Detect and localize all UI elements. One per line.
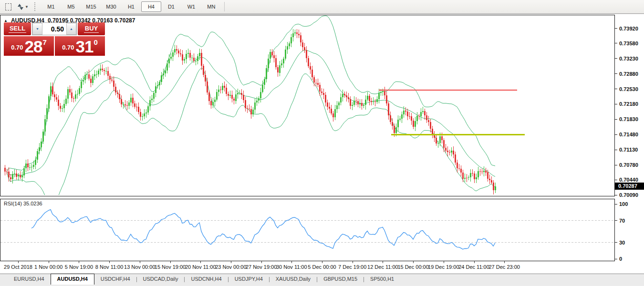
time-tick-label: 27 Dec 23:00 (488, 264, 519, 270)
chart-tab-eurusd-h4[interactable]: EURUSD,H4 (8, 274, 51, 285)
time-tick (231, 261, 231, 263)
chart-tab-usdjpy-h4[interactable]: USDJPY,H4 (229, 274, 269, 285)
sell-price-big-digits: 28 (25, 39, 42, 54)
buy-button[interactable]: BUY (78, 22, 105, 35)
chart-tab-xauusd-daily[interactable]: XAUUSD,Daily (270, 274, 317, 285)
mt4-terminal-window: ▼ M1M5M15M30H1H4D1W1MN ▲ AUDUSD,H4 0.701… (0, 0, 644, 286)
time-tick-label: 13 Nov 00:00 (124, 264, 155, 270)
chart-tab-usdchf-h4[interactable]: USDCHF,H4 (94, 274, 136, 285)
time-tick-label: 30 Nov 11:00 (276, 264, 307, 270)
time-tick-label: 20 Nov 11:00 (185, 264, 216, 270)
time-tick-label: 5 Dec 00:00 (308, 264, 336, 270)
time-tick (504, 261, 505, 263)
time-tick-label: 29 Oct 2018 (4, 264, 32, 270)
chart-tab-sp500-h1[interactable]: SP500,H1 (364, 274, 400, 285)
time-tick (291, 261, 292, 263)
rsi-indicator-label: RSI(14) 35.0236 (4, 201, 42, 206)
time-tick-label: 24 Dec 11:00 (458, 264, 489, 270)
time-tick (444, 261, 444, 263)
chart-tab-usdcad-daily[interactable]: USDCAD,Daily (137, 274, 185, 285)
one-click-trading-panel: SELL ▼ ▲ BUY 0.70 28 7 0.70 31 0 (4, 22, 105, 56)
sell-price-prefix: 0.70 (11, 44, 23, 51)
lot-size-control: ▼ ▲ (32, 22, 77, 35)
time-tick (79, 261, 79, 263)
time-tick-label: 5 Nov 19:00 (65, 264, 93, 270)
time-tick (413, 261, 414, 263)
sell-price-display[interactable]: 0.70 28 7 (4, 36, 54, 56)
time-tick-label: 27 Nov 19:00 (246, 264, 277, 270)
caret-down-icon: ▼ (36, 27, 39, 31)
time-tick (200, 261, 201, 263)
time-tick (322, 261, 322, 263)
chart-tabs: EURUSD,H4AUDUSD,H4USDCHF,H4USDCAD,DailyU… (0, 274, 644, 285)
current-price-tag: 0.70287 (615, 183, 644, 190)
buy-price-pipette: 0 (93, 38, 97, 46)
time-tick (18, 261, 19, 263)
time-tick-label: 8 Nov 11:00 (95, 264, 124, 270)
sell-button-label: SELL (9, 25, 26, 33)
buy-button-label: BUY (84, 25, 99, 33)
sell-button[interactable]: SELL (4, 22, 31, 35)
time-tick (383, 261, 383, 263)
time-tick-label: 19 Dec 19:00 (428, 264, 459, 270)
buy-price-display[interactable]: 0.70 31 0 (55, 36, 105, 56)
time-tick-label: 15 Dec 00:00 (397, 264, 428, 270)
lot-size-input[interactable] (42, 23, 66, 35)
time-tick (49, 261, 49, 263)
chart-tab-gbpusd-m15[interactable]: GBPUSD,M15 (317, 274, 364, 285)
sell-price-pipette: 7 (42, 38, 46, 46)
time-tick-label: 23 Nov 00:00 (215, 264, 246, 270)
time-tick-label: 7 Dec 19:00 (338, 264, 366, 270)
time-tick-label: 1 Nov 00:00 (34, 264, 62, 270)
buy-price-prefix: 0.70 (62, 44, 74, 51)
time-tick-label: 15 Nov 19:00 (155, 264, 186, 270)
time-tick-label: 12 Dec 11:00 (367, 264, 398, 270)
time-tick (170, 261, 171, 263)
lot-increase-button[interactable]: ▲ (66, 23, 76, 35)
caret-up-icon: ▲ (70, 27, 73, 31)
lot-decrease-button[interactable]: ▼ (32, 23, 42, 35)
buy-price-big-digits: 31 (76, 39, 93, 54)
time-tick (109, 261, 110, 263)
time-tick (140, 261, 140, 263)
time-tick (353, 261, 353, 263)
chart-tab-audusd-h4[interactable]: AUDUSD,H4 (51, 274, 94, 285)
time-tick (261, 261, 262, 263)
time-tick (474, 261, 475, 263)
chart-tab-usdcnh-h4[interactable]: USDCNH,H4 (185, 274, 228, 285)
